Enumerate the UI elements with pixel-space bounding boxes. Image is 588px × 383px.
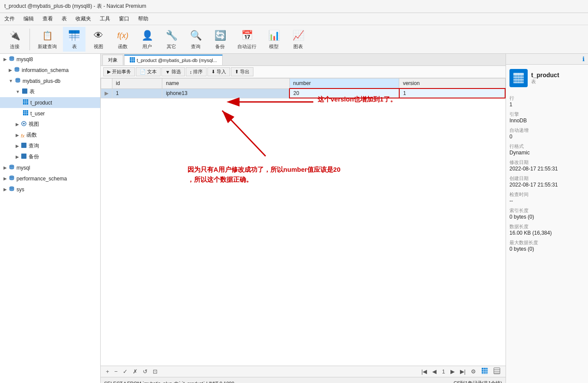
prop-value-检查时间: -- bbox=[509, 198, 585, 204]
sidebar-item-mysql8[interactable]: ▶mysql8 bbox=[0, 54, 100, 65]
obj-btn-label-导入: 导入 bbox=[217, 69, 226, 75]
toolbar-btn-用户[interactable]: 👤用户 bbox=[136, 27, 158, 52]
prev-page-btn[interactable]: ◀ bbox=[430, 368, 438, 375]
cancel-btn[interactable]: ✗ bbox=[131, 368, 139, 375]
toolbar-btn-备份[interactable]: 🔄备份 bbox=[209, 27, 231, 52]
table-col-id[interactable]: id bbox=[112, 79, 162, 89]
toolbar-btn-自动运行[interactable]: 📅自动运行 bbox=[233, 27, 261, 52]
expand-arrow-sys: ▶ bbox=[3, 187, 7, 192]
toolbar-btn-表[interactable]: 表 bbox=[63, 27, 85, 52]
toolbar-btn-查询[interactable]: 🔍查询 bbox=[184, 27, 207, 52]
menu-item-表[interactable]: 表 bbox=[57, 14, 71, 24]
toolbar-btn-连接[interactable]: 🔌连接 bbox=[3, 27, 26, 52]
obj-btn-筛选[interactable]: ▼ 筛选 bbox=[161, 67, 185, 76]
toolbar-btn-图表[interactable]: 📈图表 bbox=[287, 27, 309, 52]
sidebar-item-查询[interactable]: ▶查询 bbox=[0, 141, 100, 151]
toolbar-icon-查询: 🔍 bbox=[189, 29, 203, 43]
list-view-btn[interactable] bbox=[492, 367, 502, 376]
right-props: 行1引擎InnoDB自动递增0行格式Dynamic修改日期2022-08-17 … bbox=[506, 90, 588, 254]
prop-label-行格式: 行格式 bbox=[509, 143, 585, 150]
placeholder-btn[interactable]: ⊡ bbox=[151, 368, 159, 375]
menu-item-文件[interactable]: 文件 bbox=[0, 14, 19, 24]
prop-label-数据长度: 数据长度 bbox=[509, 223, 585, 230]
table-col-version[interactable]: version bbox=[399, 79, 505, 89]
svg-rect-5 bbox=[69, 38, 79, 41]
sidebar-item-t_user[interactable]: t_user bbox=[0, 108, 100, 119]
prop-label-行: 行 bbox=[509, 95, 585, 101]
sidebar-item-sys[interactable]: ▶sys bbox=[0, 184, 100, 195]
toolbar-label-新建查询: 新建查询 bbox=[38, 43, 57, 50]
status-bar: SELECT * FROM `mybatis_plus-db`.`t_produ… bbox=[101, 377, 506, 383]
confirm-btn[interactable]: ✓ bbox=[121, 368, 129, 375]
sidebar-item-mybatis_plus-db[interactable]: ▼mybatis_plus-db bbox=[0, 75, 100, 86]
obj-btn-导出[interactable]: ⬆ 导出 bbox=[231, 67, 253, 76]
sidebar-item-函数[interactable]: ▶fx函数 bbox=[0, 130, 100, 141]
sidebar-item-视图[interactable]: ▶视图 bbox=[0, 119, 100, 130]
sidebar-icon-t_user bbox=[23, 110, 29, 117]
right-panel: ℹ t_product 表 行1引擎InnoDB自动 bbox=[506, 54, 588, 383]
menu-item-窗口[interactable]: 窗口 bbox=[115, 14, 134, 24]
menu-item-帮助[interactable]: 帮助 bbox=[134, 14, 153, 24]
tab-1[interactable]: t_product @mybatis_plus-db (mysql... bbox=[124, 55, 223, 65]
expand-arrow-performance_schema: ▶ bbox=[3, 176, 7, 181]
tab-0[interactable]: 对象 bbox=[102, 55, 123, 65]
toolbar-label-连接: 连接 bbox=[10, 43, 20, 50]
sidebar-item-mysql[interactable]: ▶mysql bbox=[0, 162, 100, 173]
toolbar-btn-视图[interactable]: 👁视图 bbox=[87, 27, 110, 52]
cell-id-0[interactable]: 1 bbox=[112, 88, 162, 98]
add-record-btn[interactable]: + bbox=[104, 368, 111, 375]
prop-label-检查时间: 检查时间 bbox=[509, 191, 585, 198]
table-col-name[interactable]: name bbox=[162, 79, 289, 89]
obj-btn-开始事务[interactable]: ▶ 开始事务 bbox=[103, 67, 135, 76]
sidebar-label-t_product: t_product bbox=[30, 100, 52, 106]
toolbar-label-用户: 用户 bbox=[142, 43, 152, 50]
table-col-indicator bbox=[101, 79, 112, 89]
toolbar-label-查询: 查询 bbox=[191, 43, 200, 50]
sidebar-item-performance_schema[interactable]: ▶performance_schema bbox=[0, 173, 100, 184]
toolbar-btn-其它[interactable]: 🔧其它 bbox=[160, 27, 183, 52]
next-page-btn[interactable]: ▶ bbox=[449, 368, 457, 375]
sidebar-icon-备份 bbox=[21, 153, 27, 160]
sidebar-icon-函数: fx bbox=[21, 132, 25, 139]
toolbar-btn-新建查询[interactable]: 📋新建查询 bbox=[33, 27, 61, 52]
content-area: 对象t_product @mybatis_plus-db (mysql... ▶… bbox=[101, 54, 506, 383]
sidebar-item-备份[interactable]: ▶备份 bbox=[0, 151, 100, 162]
menu-item-查看[interactable]: 查看 bbox=[38, 14, 57, 24]
toolbar-label-模型: 模型 bbox=[269, 43, 279, 50]
obj-btn-label-筛选: 筛选 bbox=[171, 69, 181, 75]
table-area: idnamenumberversion ▶1iphone13201 bbox=[101, 78, 506, 98]
menu-item-收藏夹[interactable]: 收藏夹 bbox=[71, 14, 95, 24]
table-col-number[interactable]: number bbox=[289, 79, 399, 89]
right-obj-header: t_product 表 bbox=[506, 65, 588, 90]
obj-btn-文本[interactable]: 📄 文本 bbox=[136, 67, 161, 76]
table-row[interactable]: ▶1iphone13201 bbox=[101, 88, 506, 98]
sidebar-icon-查询 bbox=[21, 142, 27, 150]
cell-version-0[interactable]: 1 bbox=[399, 88, 505, 98]
menu-item-工具[interactable]: 工具 bbox=[95, 14, 115, 24]
toolbar-btn-模型[interactable]: 📊模型 bbox=[263, 27, 285, 52]
right-obj-title: t_product bbox=[531, 72, 559, 79]
sidebar-item-表[interactable]: ▼表 bbox=[0, 86, 100, 97]
obj-btn-导入[interactable]: ⬇ 导入 bbox=[207, 67, 230, 76]
toolbar-btn-函数[interactable]: f(x)函数 bbox=[112, 27, 134, 52]
sidebar: ▶mysql8▶information_schema▼mybatis_plus-… bbox=[0, 54, 101, 383]
obj-btn-label-开始事务: 开始事务 bbox=[112, 69, 131, 75]
refresh-btn[interactable]: ↺ bbox=[141, 368, 149, 375]
sidebar-icon-视图 bbox=[21, 121, 27, 128]
sidebar-item-information_schema[interactable]: ▶information_schema bbox=[0, 65, 100, 75]
delete-record-btn[interactable]: − bbox=[113, 368, 120, 375]
first-page-btn[interactable]: |◀ bbox=[420, 368, 429, 375]
cell-number-0[interactable]: 20 bbox=[289, 88, 399, 98]
settings-btn[interactable]: ⚙ bbox=[469, 368, 478, 375]
cell-name-0[interactable]: iphone13 bbox=[162, 88, 289, 98]
last-page-btn[interactable]: ▶| bbox=[458, 368, 467, 375]
menu-item-编辑[interactable]: 编辑 bbox=[19, 14, 38, 24]
info-icon[interactable]: ℹ bbox=[582, 56, 585, 62]
grid-view-btn[interactable] bbox=[480, 367, 490, 376]
tab-label-1: t_product @mybatis_plus-db (mysql... bbox=[137, 58, 217, 63]
obj-btn-排序[interactable]: ↕ 排序 bbox=[186, 67, 207, 76]
arrow2-svg bbox=[101, 78, 506, 366]
svg-rect-1 bbox=[69, 30, 79, 33]
sidebar-item-t_product[interactable]: t_product bbox=[0, 97, 100, 108]
toolbar-label-其它: 其它 bbox=[167, 43, 176, 50]
